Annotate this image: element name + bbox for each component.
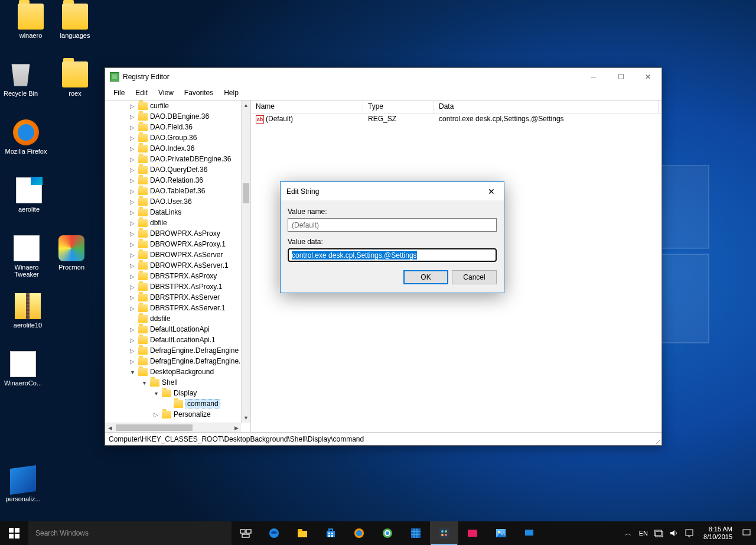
tree-item-shell[interactable]: ▾Shell <box>105 377 241 388</box>
column-header-data[interactable]: Data <box>434 100 659 113</box>
chevron-right-icon[interactable]: ▷ <box>129 252 136 258</box>
volume-icon[interactable] <box>669 528 679 538</box>
tree-item-dbrowprx-asserver-1[interactable]: ▷DBROWPRX.AsServer.1 <box>105 260 241 271</box>
taskbar-store-icon[interactable] <box>317 521 345 545</box>
tree-item-curfile[interactable]: ▷curfile <box>105 100 241 111</box>
tree-item-dao-relation-36[interactable]: ▷DAO.Relation.36 <box>105 175 241 186</box>
chevron-right-icon[interactable]: ▷ <box>129 273 136 280</box>
tree-item-dbrstprx-asserver-1[interactable]: ▷DBRSTPRX.AsServer.1 <box>105 303 241 313</box>
tree-item-dao-tabledef-36[interactable]: ▷DAO.TableDef.36 <box>105 186 241 196</box>
language-indicator[interactable]: EN <box>639 530 648 537</box>
tree-item-dbrstprx-asserver[interactable]: ▷DBRSTPRX.AsServer <box>105 292 241 303</box>
chevron-right-icon[interactable]: ▷ <box>129 305 136 312</box>
chevron-right-icon[interactable]: ▷ <box>129 113 136 120</box>
desktop-icon-aerolite[interactable]: aerolite <box>7 177 51 213</box>
taskbar-personalize-icon[interactable] <box>515 521 543 545</box>
chevron-right-icon[interactable]: ▷ <box>129 262 136 269</box>
tree-item-dao-field-36[interactable]: ▷DAO.Field.36 <box>105 122 241 132</box>
desktop-icon-recycle-bin[interactable]: Recycle Bin <box>0 61 43 97</box>
chevron-right-icon[interactable]: ▷ <box>129 337 136 343</box>
desktop-icon-aerolite10[interactable]: aerolite10 <box>6 293 50 329</box>
desktop-icon-procmon[interactable]: Procmon <box>50 235 93 271</box>
close-button[interactable]: ✕ <box>634 68 662 86</box>
chevron-right-icon[interactable]: ▷ <box>129 135 136 141</box>
chevron-down-icon[interactable]: ▾ <box>152 390 159 397</box>
list-row[interactable]: ab(Default)REG_SZcontrol.exe desk.cpl,Se… <box>251 113 662 124</box>
tree-item-personalize[interactable]: ▷Personalize <box>105 409 241 420</box>
tree-item-defragengine-defragengine-[interactable]: ▷DefragEngine.DefragEngine. <box>105 356 241 366</box>
desktop-icon-winaero-tweaker[interactable]: Winaero Tweaker <box>5 235 48 278</box>
menu-help[interactable]: Help <box>219 87 243 98</box>
chevron-down-icon[interactable]: ▾ <box>141 379 148 386</box>
network-icon[interactable] <box>654 528 663 538</box>
chevron-right-icon[interactable]: ▷ <box>129 167 136 173</box>
tree-item-command[interactable]: command <box>105 398 241 409</box>
tree-item-dao-group-36[interactable]: ▷DAO.Group.36 <box>105 132 241 143</box>
chevron-right-icon[interactable]: ▷ <box>129 326 136 333</box>
chevron-right-icon[interactable]: ▷ <box>129 294 136 301</box>
menu-edit[interactable]: Edit <box>131 87 152 98</box>
chevron-right-icon[interactable]: ▷ <box>129 188 136 194</box>
tree-item-desktopbackground[interactable]: ▾DesktopBackground <box>105 366 241 377</box>
desktop-icon-mozilla-firefox[interactable]: Mozilla Firefox <box>4 119 48 155</box>
taskbar-procmon-icon[interactable] <box>402 521 430 545</box>
desktop-icon-roex[interactable]: roex <box>53 61 97 97</box>
ok-button[interactable]: OK <box>403 270 448 284</box>
chevron-right-icon[interactable]: ▷ <box>129 177 136 184</box>
chevron-down-icon[interactable]: ▾ <box>129 369 136 375</box>
value-name-input[interactable] <box>288 218 497 232</box>
task-view-button[interactable] <box>232 521 260 545</box>
tree-horizontal-scrollbar[interactable]: ◀ ▶ <box>105 423 241 432</box>
maximize-button[interactable]: ☐ <box>607 68 634 86</box>
tree-item-dao-user-36[interactable]: ▷DAO.User.36 <box>105 196 241 207</box>
tree-item-dbfile[interactable]: ▷dbfile <box>105 218 241 228</box>
taskbar-firefox-icon[interactable] <box>345 521 373 545</box>
menu-favorites[interactable]: Favorites <box>180 87 218 98</box>
chevron-right-icon[interactable]: ▷ <box>152 411 159 418</box>
chevron-right-icon[interactable]: ▷ <box>129 145 136 152</box>
chevron-right-icon[interactable]: ▷ <box>129 103 136 109</box>
desktop-icon-winaeroco-[interactable]: WinaeroCo... <box>1 351 45 387</box>
action-center-icon[interactable] <box>742 528 751 538</box>
taskbar-explorer-icon[interactable] <box>288 521 317 545</box>
titlebar[interactable]: Registry Editor ─ ☐ ✕ <box>105 68 662 86</box>
tree-item-dbrowprx-asserver[interactable]: ▷DBROWPRX.AsServer <box>105 249 241 260</box>
start-button[interactable] <box>0 521 28 545</box>
taskbar-picture-icon[interactable] <box>487 521 515 545</box>
chevron-right-icon[interactable]: ▷ <box>129 348 136 354</box>
chevron-right-icon[interactable]: ▷ <box>129 284 136 290</box>
taskbar-regedit-icon[interactable] <box>430 521 458 545</box>
clock[interactable]: 8:15 AM 8/10/2015 <box>700 525 736 541</box>
tree-item-dao-querydef-36[interactable]: ▷DAO.QueryDef.36 <box>105 164 241 175</box>
chevron-right-icon[interactable]: ▷ <box>129 156 136 163</box>
chevron-right-icon[interactable]: ▷ <box>129 358 136 365</box>
taskbar-chrome-icon[interactable] <box>373 521 402 545</box>
tree-item-dbrowprx-asproxy[interactable]: ▷DBROWPRX.AsProxy <box>105 228 241 239</box>
dialog-close-button[interactable]: ✕ <box>479 182 504 200</box>
tree-item-ddsfile[interactable]: ddsfile <box>105 313 241 324</box>
chevron-right-icon[interactable]: ▷ <box>129 209 136 216</box>
tree-item-dbrowprx-asproxy-1[interactable]: ▷DBROWPRX.AsProxy.1 <box>105 239 241 249</box>
taskbar-edge-icon[interactable] <box>260 521 288 545</box>
taskbar-winaero-icon[interactable] <box>458 521 487 545</box>
tree-item-display[interactable]: ▾Display <box>105 388 241 398</box>
menu-view[interactable]: View <box>154 87 178 98</box>
chevron-right-icon[interactable]: ▷ <box>129 241 136 248</box>
tree-item-defaultlocationapi-1[interactable]: ▷DefaultLocationApi.1 <box>105 335 241 345</box>
search-box[interactable]: Search Windows <box>28 521 232 545</box>
tree-item-dao-index-36[interactable]: ▷DAO.Index.36 <box>105 143 241 154</box>
desktop-icon-languages[interactable]: languages <box>53 4 97 39</box>
desktop-icon-winaero[interactable]: winaero <box>9 4 53 39</box>
menu-file[interactable]: File <box>109 87 129 98</box>
desktop-icon-personaliz-[interactable]: personaliz... <box>1 467 45 502</box>
chevron-right-icon[interactable]: ▷ <box>129 124 136 131</box>
value-data-input[interactable] <box>288 248 497 262</box>
chevron-right-icon[interactable]: ▷ <box>129 231 136 237</box>
chevron-right-icon[interactable]: ▷ <box>129 220 136 226</box>
tree-item-dbrstprx-asproxy-1[interactable]: ▷DBRSTPRX.AsProxy.1 <box>105 281 241 292</box>
dialog-titlebar[interactable]: Edit String ✕ <box>281 182 504 200</box>
notifications-icon[interactable] <box>685 528 694 538</box>
tree-item-dao-privatedbengine-36[interactable]: ▷DAO.PrivateDBEngine.36 <box>105 154 241 164</box>
tree-item-defragengine-defragengine[interactable]: ▷DefragEngine.DefragEngine <box>105 345 241 356</box>
column-header-type[interactable]: Type <box>363 100 434 113</box>
